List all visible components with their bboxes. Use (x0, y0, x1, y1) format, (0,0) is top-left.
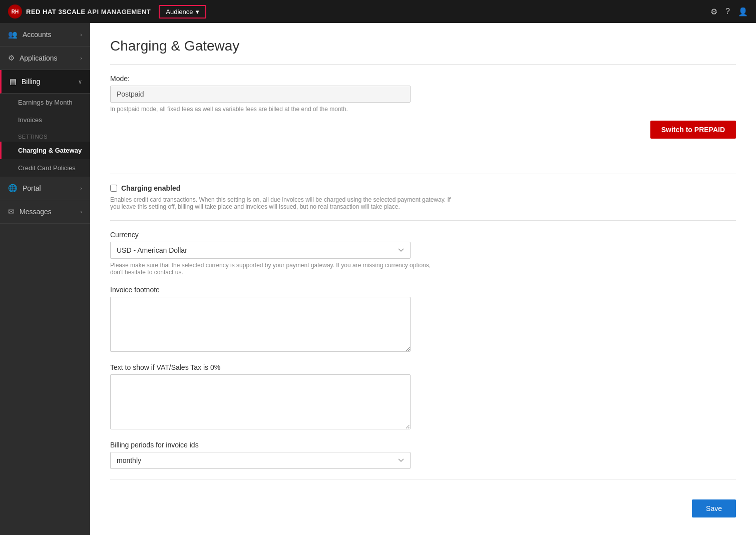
divider-mode (110, 174, 736, 174)
mode-help: In postpaid mode, all fixed fees as well… (110, 106, 436, 113)
charging-enabled-section: Charging enabled Enables credit card tra… (110, 184, 736, 210)
billing-chevron: ∨ (78, 79, 82, 85)
sidebar-item-messages[interactable]: ✉ Messages › (0, 200, 90, 224)
accounts-chevron: › (80, 32, 82, 38)
applications-icon: ⚙ (8, 54, 15, 63)
switch-prepaid-button[interactable]: Switch to PREPAID (650, 121, 736, 139)
currency-help: Please make sure that the selected curre… (110, 262, 436, 276)
invoice-footnote-label: Invoice footnote (110, 286, 736, 294)
sidebar-item-earnings[interactable]: Earnings by Month (0, 94, 90, 111)
portal-chevron: › (80, 185, 82, 191)
billing-periods-label: Billing periods for invoice ids (110, 441, 736, 449)
sidebar-item-applications[interactable]: ⚙ Applications › (0, 47, 90, 70)
audience-button[interactable]: Audience ▾ (159, 5, 206, 19)
sidebar-item-accounts-label: Accounts (23, 31, 52, 39)
messages-chevron: › (80, 209, 82, 215)
sidebar-item-messages-label: Messages (20, 208, 52, 216)
mode-input (110, 86, 411, 103)
brand-logo-text: RH (12, 9, 19, 15)
portal-icon: 🌐 (8, 184, 18, 193)
brand-logo: RH (8, 5, 22, 19)
sidebar-item-billing-label: Billing (22, 78, 40, 86)
sidebar-item-portal[interactable]: 🌐 Portal › (0, 177, 90, 200)
top-nav: RH RED HAT 3SCALE API MANAGEMENT Audienc… (0, 0, 756, 23)
messages-icon: ✉ (8, 207, 15, 216)
sidebar-item-charging[interactable]: Charging & Gateway (0, 142, 90, 159)
currency-label: Currency (110, 231, 736, 239)
mode-section: Mode: In postpaid mode, all fixed fees a… (110, 75, 736, 139)
page-title: Charging & Gateway (110, 38, 736, 54)
sidebar-item-billing[interactable]: ▤ Billing ∨ (0, 70, 90, 94)
vat-section: Text to show if VAT/Sales Tax is 0% (110, 363, 736, 431)
sidebar-item-invoices[interactable]: Invoices (0, 111, 90, 129)
applications-chevron: › (80, 55, 82, 61)
help-icon[interactable]: ? (725, 7, 730, 16)
brand-name: RED HAT 3SCALE API MANAGEMENT (26, 8, 151, 16)
currency-section: Currency USD - American Dollar EUR - Eur… (110, 231, 736, 276)
charging-enabled-help: Enables credit card transactions. When t… (110, 196, 461, 210)
billing-periods-select[interactable]: monthly yearly (110, 452, 411, 469)
save-button[interactable]: Save (692, 499, 736, 517)
billing-submenu: Earnings by Month Invoices Settings Char… (0, 94, 90, 177)
charging-enabled-label[interactable]: Charging enabled (110, 184, 736, 192)
layout: 👥 Accounts › ⚙ Applications › ▤ Billing … (0, 23, 756, 535)
currency-select[interactable]: USD - American Dollar EUR - Euro GBP - B… (110, 242, 411, 259)
invoice-footnote-section: Invoice footnote (110, 286, 736, 353)
vat-label: Text to show if VAT/Sales Tax is 0% (110, 363, 736, 371)
billing-icon: ▤ (10, 77, 17, 86)
vat-textarea[interactable] (110, 374, 411, 429)
sidebar-item-applications-label: Applications (20, 54, 58, 62)
main-content: Charging & Gateway Mode: In postpaid mod… (90, 23, 756, 535)
divider-bottom (110, 479, 736, 479)
invoice-footnote-textarea[interactable] (110, 297, 411, 352)
bottom-section: Save (110, 494, 736, 517)
billing-periods-section: Billing periods for invoice ids monthly … (110, 441, 736, 469)
accounts-icon: 👥 (8, 30, 18, 39)
top-nav-right: ⚙ ? 👤 (710, 7, 748, 17)
divider-charging (110, 220, 736, 221)
gear-icon[interactable]: ⚙ (710, 7, 717, 17)
sidebar-item-accounts[interactable]: 👥 Accounts › (0, 23, 90, 47)
settings-group-label: Settings (0, 129, 90, 142)
sidebar: 👥 Accounts › ⚙ Applications › ▤ Billing … (0, 23, 90, 535)
top-nav-left: RH RED HAT 3SCALE API MANAGEMENT Audienc… (8, 5, 206, 19)
charging-enabled-text: Charging enabled (121, 184, 180, 192)
charging-enabled-checkbox[interactable] (110, 185, 117, 192)
brand: RH RED HAT 3SCALE API MANAGEMENT (8, 5, 151, 19)
mode-label: Mode: (110, 75, 736, 83)
sidebar-item-credit-card[interactable]: Credit Card Policies (0, 159, 90, 177)
user-icon[interactable]: 👤 (738, 7, 748, 17)
divider-top (110, 64, 736, 65)
sidebar-item-portal-label: Portal (23, 184, 41, 192)
